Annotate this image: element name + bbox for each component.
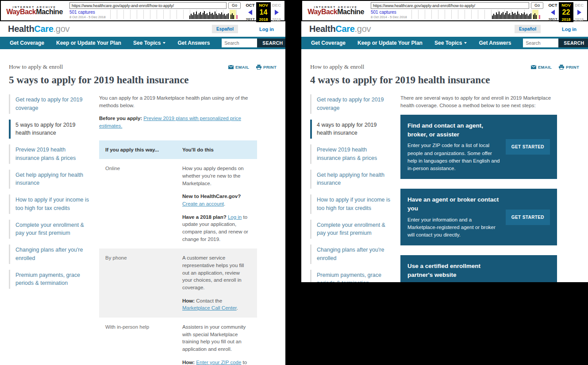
captures-date-range: 8 Oct 2014 - 5 Dec 2018 [371, 15, 411, 19]
nav-get-answers[interactable]: Get Answers [177, 40, 210, 46]
wayback-url-input[interactable] [69, 2, 227, 9]
capture-histogram[interactable] [492, 10, 542, 19]
prev-month[interactable]: OCT [244, 2, 256, 8]
breadcrumb[interactable]: How to apply & enroll [310, 63, 364, 70]
table-header-row: If you apply this way... You'll do this [99, 140, 257, 159]
sidebar-item-income-too-high[interactable]: How to apply if your income is too high … [9, 194, 96, 214]
page-content: How to apply & enroll EMAIL PRINT 4 ways… [301, 63, 588, 282]
table-header-method: If you apply this way... [99, 146, 182, 154]
email-link[interactable]: EMAIL [228, 65, 249, 70]
left-arrow-icon [551, 10, 555, 15]
nav-get-coverage[interactable]: Get Coverage [311, 40, 346, 46]
nav-keep-update-plan[interactable]: Keep or Update Your Plan [56, 40, 121, 46]
wayback-machine-logo[interactable]: INTERNET ARCHIVE WayBackMachine [304, 2, 367, 19]
section-sidebar: Get ready to apply for 2019 coverage 4 w… [310, 94, 397, 282]
search-button[interactable]: SEARCH [257, 39, 285, 47]
prev-year[interactable]: 2017 [547, 17, 559, 22]
table-header-action: You'll do this [182, 146, 257, 154]
next-capture-arrow[interactable] [271, 8, 282, 17]
print-icon [256, 65, 261, 70]
sidebar-item-changing-plans[interactable]: Changing plans after you're enrolled [310, 245, 397, 264]
espanol-button[interactable]: Español [212, 25, 238, 33]
sidebar-item-preview-plans[interactable]: Preview 2019 health insurance plans & pr… [9, 144, 96, 164]
sidebar-item-premium-payments[interactable]: Premium payments, grace periods & termin… [9, 270, 96, 289]
wayback-machine-logo[interactable]: INTERNET ARCHIVE WayBackMachine [3, 2, 66, 19]
healthcare-gov-logo[interactable]: HealthCare.gov [8, 24, 69, 34]
wayback-toolbar: INTERNET ARCHIVE WayBackMachine Go 501 c… [301, 0, 588, 21]
page-content: How to apply & enroll EMAIL PRINT 5 ways… [0, 63, 285, 365]
search-button[interactable]: SEARCH [558, 39, 588, 47]
wayback-machine-wordmark: WayBackMachine [304, 8, 367, 16]
email-link[interactable]: EMAIL [531, 65, 552, 70]
call-center-link[interactable]: Marketplace Call Center [182, 305, 237, 311]
create-account-link[interactable]: Create an account [182, 201, 224, 206]
search-input[interactable] [222, 39, 257, 47]
sidebar-item-complete-enrollment[interactable]: Complete your enrollment & pay your firs… [9, 220, 96, 239]
next-year[interactable]: 2019 [573, 17, 585, 22]
search-input[interactable] [523, 39, 558, 47]
nav-get-answers[interactable]: Get Answers [479, 40, 511, 46]
prev-year[interactable]: 2017 [244, 17, 256, 22]
next-capture-arrow[interactable] [573, 8, 585, 17]
get-started-button[interactable]: GET STARTED [506, 210, 550, 225]
log-in-link[interactable]: Log in [228, 214, 242, 220]
prev-month[interactable]: OCT [547, 2, 559, 8]
sidebar-item-get-ready[interactable]: Get ready to apply for 2019 coverage [310, 94, 397, 114]
next-month[interactable]: DEC [271, 2, 282, 8]
zip-code-link[interactable]: Enter your ZIP code [196, 360, 241, 365]
capture-page-nov22: INTERNET ARCHIVE WayBackMachine Go 501 c… [301, 0, 588, 282]
login-link[interactable]: Log in [562, 27, 576, 32]
table-row-in-person: With in-person help Assisters in your co… [99, 318, 257, 365]
get-started-button[interactable]: GET STARTED [506, 139, 550, 155]
sidebar-item-changing-plans[interactable]: Changing plans after you're enrolled [9, 245, 96, 264]
sidebar-item-preview-plans[interactable]: Preview 2019 health insurance plans & pr… [310, 144, 397, 164]
sidebar-item-get-help[interactable]: Get help applying for health insurance [310, 170, 397, 189]
main-article: There are several ways to apply for and … [400, 94, 557, 282]
nav-get-coverage[interactable]: Get Coverage [10, 40, 44, 46]
captures-date-range: 8 Oct 2014 - 5 Dec 2018 [69, 15, 110, 19]
breadcrumb[interactable]: How to apply & enroll [9, 63, 63, 70]
wayback-calendar: OCT NOV DEC 22 2017 2018 2019 [547, 2, 585, 19]
capture-histogram[interactable] [189, 10, 239, 19]
apply-methods-table: If you apply this way... You'll do this … [99, 140, 257, 365]
next-month[interactable]: DEC [573, 2, 585, 8]
sidebar-item-ways-to-apply[interactable]: 4 ways to apply for 2019 health insuranc… [310, 120, 397, 139]
chevron-down-icon [163, 42, 165, 44]
captures-count-link[interactable]: 501 captures [371, 10, 411, 15]
nav-keep-update-plan[interactable]: Keep or Update Your Plan [357, 40, 423, 46]
wayback-go-button[interactable]: Go [228, 2, 241, 9]
captures-info: 501 captures 8 Oct 2014 - 5 Dec 2018 [69, 10, 110, 19]
nav-search: SEARCH [523, 39, 588, 47]
wayback-middle: Go 501 captures 8 Oct 2014 - 5 Dec 2018 [69, 2, 241, 19]
captures-count-link[interactable]: 501 captures [69, 10, 110, 15]
card-agent-contact-you: Have an agent or broker contact you Ente… [400, 189, 557, 245]
sidebar-item-complete-enrollment[interactable]: Complete your enrollment & pay your firs… [310, 220, 397, 239]
nav-see-topics[interactable]: See Topics [434, 40, 467, 46]
main-navigation: Get Coverage Keep or Update Your Plan Se… [0, 37, 285, 49]
sidebar-item-get-help[interactable]: Get help applying for health insurance [9, 170, 96, 189]
table-row-by-phone: By phone A customer service representati… [99, 249, 257, 318]
sidebar-item-ways-to-apply[interactable]: 5 ways to apply for 2019 health insuranc… [9, 120, 96, 139]
intro-text: There are several ways to apply for and … [400, 94, 557, 109]
print-link[interactable]: PRINT [256, 65, 277, 70]
nav-see-topics[interactable]: See Topics [133, 40, 165, 46]
next-year[interactable]: 2019 [271, 17, 282, 22]
prev-capture-arrow[interactable] [547, 8, 559, 17]
healthcare-gov-logo[interactable]: HealthCare.gov [309, 24, 371, 34]
sidebar-item-income-too-high[interactable]: How to apply if your income is too high … [310, 194, 397, 214]
wayback-go-button[interactable]: Go [531, 2, 543, 9]
espanol-button[interactable]: Español [515, 25, 541, 33]
print-link[interactable]: PRINT [559, 65, 579, 70]
login-link[interactable]: Log in [259, 27, 274, 32]
sidebar-item-premium-payments[interactable]: Premium payments, grace periods & termin… [310, 270, 397, 283]
section-sidebar: Get ready to apply for 2019 coverage 5 w… [9, 94, 96, 365]
left-arrow-icon [248, 10, 252, 15]
capture-timeline[interactable] [411, 10, 543, 19]
capture-page-nov14: INTERNET ARCHIVE WayBackMachine Go 501 c… [0, 0, 285, 365]
sidebar-item-get-ready[interactable]: Get ready to apply for 2019 coverage [9, 94, 96, 114]
prev-capture-arrow[interactable] [244, 8, 256, 17]
wayback-url-input[interactable] [371, 2, 529, 9]
capture-timeline[interactable] [110, 10, 241, 19]
current-year: 2018 [559, 17, 573, 22]
right-arrow-icon [577, 10, 581, 15]
